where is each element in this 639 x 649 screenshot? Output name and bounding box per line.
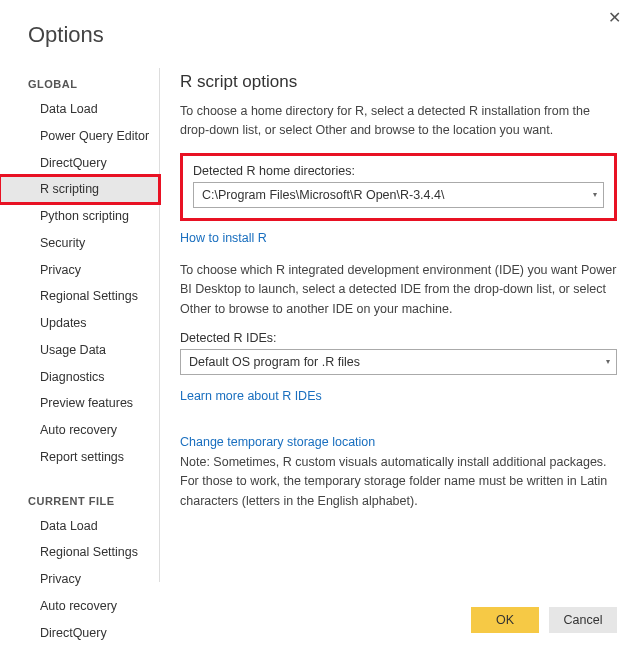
r-ide-group: Detected R IDEs: Default OS program for … — [180, 331, 617, 379]
r-ide-select[interactable]: Default OS program for .R files ▾ — [180, 349, 617, 375]
change-temp-storage-link[interactable]: Change temporary storage location — [180, 435, 375, 449]
dialog-footer: OK Cancel — [471, 607, 617, 633]
r-ide-label: Detected R IDEs: — [180, 331, 617, 345]
sidebar: GLOBAL Data Load Power Query Editor Dire… — [0, 68, 160, 582]
sidebar-item-security[interactable]: Security — [0, 230, 159, 257]
temp-storage-note: Note: Sometimes, R custom visuals automa… — [180, 453, 617, 511]
sidebar-item-regional-settings[interactable]: Regional Settings — [0, 283, 159, 310]
sidebar-item-data-load[interactable]: Data Load — [0, 96, 159, 123]
sidebar-item-directquery[interactable]: DirectQuery — [0, 150, 159, 177]
ok-button[interactable]: OK — [471, 607, 539, 633]
learn-more-r-ides-link[interactable]: Learn more about R IDEs — [180, 389, 322, 403]
intro-text: To choose a home directory for R, select… — [180, 102, 617, 141]
r-home-value: C:\Program Files\Microsoft\R Open\R-3.4.… — [202, 188, 444, 202]
r-ide-value: Default OS program for .R files — [189, 355, 360, 369]
sidebar-item-diagnostics[interactable]: Diagnostics — [0, 364, 159, 391]
r-home-label: Detected R home directories: — [193, 164, 604, 178]
sidebar-item-preview-features[interactable]: Preview features — [0, 390, 159, 417]
sidebar-item-privacy[interactable]: Privacy — [0, 257, 159, 284]
sidebar-item-updates[interactable]: Updates — [0, 310, 159, 337]
sidebar-item-report-settings[interactable]: Report settings — [0, 444, 159, 471]
dialog-title: Options — [0, 0, 639, 48]
sidebar-cf-item-directquery[interactable]: DirectQuery — [0, 620, 159, 647]
page-title: R script options — [180, 72, 617, 92]
sidebar-item-auto-recovery[interactable]: Auto recovery — [0, 417, 159, 444]
sidebar-item-power-query-editor[interactable]: Power Query Editor — [0, 123, 159, 150]
sidebar-item-python-scripting[interactable]: Python scripting — [0, 203, 159, 230]
sidebar-item-r-scripting[interactable]: R scripting — [0, 176, 159, 203]
chevron-down-icon: ▾ — [606, 350, 610, 374]
sidebar-header-current-file: CURRENT FILE — [0, 489, 159, 513]
cancel-button[interactable]: Cancel — [549, 607, 617, 633]
sidebar-cf-item-data-load[interactable]: Data Load — [0, 513, 159, 540]
ide-intro-text: To choose which R integrated development… — [180, 261, 617, 319]
r-home-select[interactable]: C:\Program Files\Microsoft\R Open\R-3.4.… — [193, 182, 604, 208]
sidebar-cf-item-auto-recovery[interactable]: Auto recovery — [0, 593, 159, 620]
close-icon[interactable]: ✕ — [602, 6, 627, 29]
sidebar-header-global: GLOBAL — [0, 72, 159, 96]
chevron-down-icon: ▾ — [593, 183, 597, 207]
sidebar-item-usage-data[interactable]: Usage Data — [0, 337, 159, 364]
sidebar-cf-item-regional-settings[interactable]: Regional Settings — [0, 539, 159, 566]
sidebar-cf-item-privacy[interactable]: Privacy — [0, 566, 159, 593]
how-to-install-r-link[interactable]: How to install R — [180, 231, 267, 245]
main-panel: R script options To choose a home direct… — [160, 68, 639, 582]
r-home-group: Detected R home directories: C:\Program … — [180, 153, 617, 221]
dialog-body: GLOBAL Data Load Power Query Editor Dire… — [0, 48, 639, 582]
